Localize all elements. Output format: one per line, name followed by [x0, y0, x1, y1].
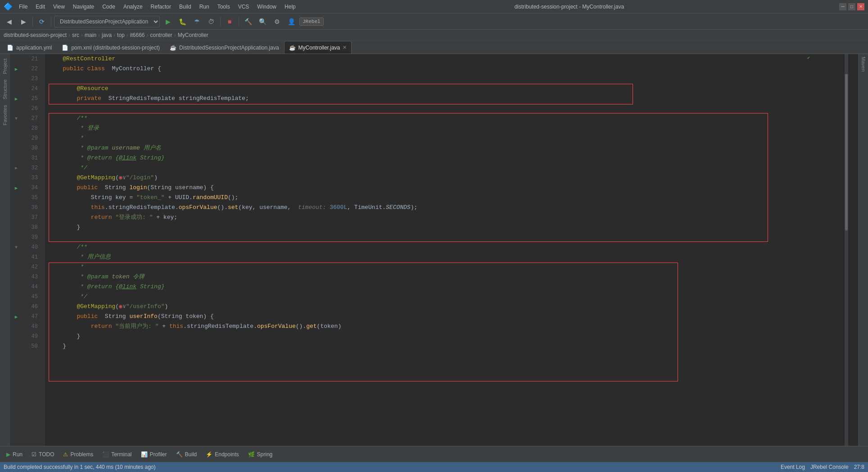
menu-run[interactable]: Run [196, 3, 213, 11]
breadcrumb-src[interactable]: src [72, 32, 79, 38]
code-line-33: @GetMapping(◉∨"/login") [45, 173, 858, 183]
breadcrumb-mycontroller[interactable]: MyController [178, 32, 208, 38]
fn-get-48: get [306, 323, 316, 330]
user-button[interactable]: 👤 [285, 15, 298, 28]
tab-close-3[interactable]: ✕ [343, 45, 347, 50]
tab-pom-xml[interactable]: 📄 pom.xml (distributed-session-project) [57, 41, 165, 54]
menu-file[interactable]: File [15, 3, 31, 11]
menu-window[interactable]: Window [253, 3, 280, 11]
param-47: token [185, 313, 203, 320]
maven-label[interactable]: Maven [860, 54, 867, 74]
code-line-23 [45, 74, 858, 84]
annotation-33: @GetMapping [77, 174, 115, 181]
tab-application-yml[interactable]: 📄 application.yml [2, 41, 57, 54]
menu-tools[interactable]: Tools [214, 3, 234, 11]
coverage-button[interactable]: ☂ [190, 15, 203, 28]
breadcrumb-java[interactable]: java [102, 32, 112, 38]
code-line-50: } [45, 341, 858, 351]
editor-area[interactable]: ▶ ▶ ▼ ▶ ▶ ▼ [10, 54, 858, 446]
run-button[interactable]: ▶ [162, 15, 174, 28]
close-button[interactable]: ✕ [857, 3, 864, 10]
tab-application-java[interactable]: ☕ DistributedSessionProjectApplication.j… [165, 41, 284, 54]
cmt-28: * 登录 [80, 125, 99, 132]
fold-icon-32[interactable]: ▶ [15, 165, 18, 171]
breadcrumb-sep-3: › [113, 32, 115, 38]
gutter-36 [10, 203, 23, 213]
maximize-button[interactable]: □ [848, 3, 855, 10]
param-type-34: String [150, 184, 172, 191]
tab-label-1: pom.xml (distributed-session-project) [71, 45, 160, 51]
sidebar-project-label[interactable]: Project [1, 56, 9, 77]
breadcrumb-it6666[interactable]: it6666 [130, 32, 145, 38]
breadcrumb-top[interactable]: top [117, 32, 125, 38]
breadcrumb-controller[interactable]: controller [150, 32, 172, 38]
menu-navigate[interactable]: Navigate [69, 3, 98, 11]
fold-icon-40[interactable]: ▼ [15, 245, 18, 250]
code-content[interactable]: @RestController public class MyControlle… [45, 54, 858, 446]
ret-type-47: String [101, 313, 129, 320]
cls-StringRedisTemplate-25: StringRedisTemplate [105, 95, 179, 102]
build-button[interactable]: 🔨 [242, 15, 254, 28]
menu-view[interactable]: View [50, 3, 68, 11]
bottom-tab-run[interactable]: ▶ Run [2, 448, 27, 461]
param-type-47: String [161, 313, 182, 320]
code-line-44: * @return {@link String} [45, 282, 858, 292]
settings-button[interactable]: ⚙ [271, 15, 283, 28]
var-35: key [115, 194, 126, 201]
line-num-41: 41 [23, 252, 41, 262]
scrollbar-area[interactable] [845, 54, 848, 446]
minimize-button[interactable]: ─ [839, 3, 846, 10]
menu-build[interactable]: Build [176, 3, 195, 11]
breadcrumb-main[interactable]: main [85, 32, 96, 38]
code-line-43: * @param token 令牌 [45, 272, 858, 282]
search-everywhere-button[interactable]: 🔍 [256, 15, 269, 28]
bottom-tab-problems[interactable]: ⚠ Problems [59, 448, 98, 461]
scrollbar-thumb[interactable] [845, 74, 848, 231]
code-line-34: public String login(String username) { [45, 183, 858, 193]
code-line-49: } [45, 331, 858, 341]
fn-34: login [129, 184, 147, 191]
menu-help[interactable]: Help [281, 3, 299, 11]
tab-mycontroller[interactable]: ☕ MyController.java ✕ [284, 41, 352, 54]
profile-button[interactable]: ⏱ [205, 15, 217, 28]
gutter-icons: ▶ ▶ ▼ ▶ ▶ ▼ [10, 54, 23, 446]
run-icon-47[interactable]: ▶ [15, 314, 18, 320]
back-button[interactable]: ◀ [3, 15, 15, 28]
bottom-tab-spring[interactable]: 🌿 Spring [244, 448, 277, 461]
event-log-link[interactable]: Event Log [781, 464, 805, 470]
gutter-39 [10, 232, 23, 242]
bottom-tab-todo[interactable]: ☑ TODO [27, 448, 59, 461]
bottom-tab-terminal[interactable]: ⬛ Terminal [98, 448, 136, 461]
stop-button[interactable]: ■ [223, 15, 236, 28]
vcs-update-button[interactable]: ⟳ [36, 15, 48, 28]
gutter-28 [10, 123, 23, 133]
menu-refactor[interactable]: Refactor [147, 3, 175, 11]
cls-TimeUnit-36: TimeUnit [354, 204, 382, 211]
annotation-21: @RestController [63, 55, 115, 62]
run-icon-25[interactable]: ▶ [15, 96, 18, 102]
breadcrumb-project[interactable]: distributed-session-project [4, 32, 67, 38]
bottom-tab-build[interactable]: 🔨 Build [172, 448, 202, 461]
line-numbers: 21 22 23 24 25 26 27 28 29 30 31 32 33 3… [23, 54, 45, 446]
fn-ops-48: opsForValue [257, 323, 296, 330]
run-icon-34[interactable]: ▶ [15, 185, 18, 191]
str-48: "当前用户为: " [115, 323, 158, 330]
field-48: stringRedisTemplate [187, 323, 253, 330]
jrebel-console-link[interactable]: JRebel Console [810, 464, 849, 470]
forward-button[interactable]: ▶ [17, 15, 30, 28]
menu-vcs[interactable]: VCS [235, 3, 253, 11]
fold-icon-27[interactable]: ▼ [15, 116, 18, 121]
menu-edit[interactable]: Edit [32, 3, 49, 11]
validation-checkmark: ✔ [807, 55, 810, 60]
run-icon-22[interactable]: ▶ [15, 66, 18, 72]
gutter-26 [10, 104, 23, 113]
run-config-dropdown[interactable]: DistributedSessionProjectApplication [54, 16, 160, 27]
bottom-tab-endpoints[interactable]: ⚡ Endpoints [201, 448, 243, 461]
bottom-tab-profiler[interactable]: 📊 Profiler [136, 448, 172, 461]
sidebar-structure-label[interactable]: Structure [1, 77, 9, 102]
breadcrumb-sep-1: › [81, 32, 83, 38]
sidebar-favorites-label[interactable]: Favorites [1, 102, 9, 128]
debug-button[interactable]: 🐛 [176, 15, 189, 28]
menu-code[interactable]: Code [99, 3, 119, 11]
menu-analyze[interactable]: Analyze [120, 3, 146, 11]
